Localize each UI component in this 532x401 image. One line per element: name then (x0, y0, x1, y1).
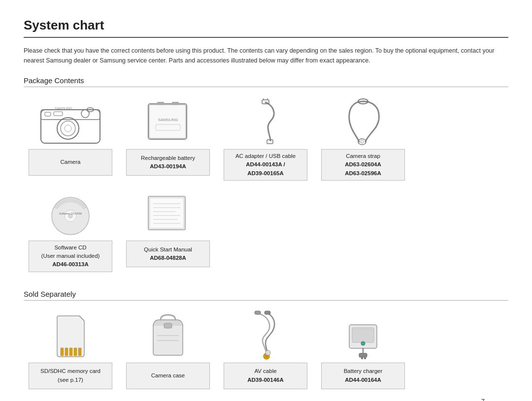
svg-rect-6 (54, 112, 63, 116)
item-cable-model1: AD44-00143A / (246, 160, 285, 169)
item-cd-model: AD46-00313A (52, 260, 89, 269)
item-case-label: Camera case (151, 371, 185, 380)
item-cable-label: AC adapter / USB cable (235, 152, 296, 160)
item-sd-label2: (see p.17) (58, 376, 83, 384)
sold-section-title: Sold Separately (24, 290, 508, 301)
item-camera-label: Camera (61, 158, 81, 166)
item-battery: SAMSUNG Rechargeable battery AD43-00194A (121, 95, 215, 181)
item-battery-model: AD43-00194A (150, 162, 186, 171)
svg-rect-43 (255, 311, 261, 314)
svg-rect-51 (359, 353, 367, 357)
svg-rect-52 (361, 357, 363, 359)
item-usb-cable: AC adapter / USB cable AD44-00143A / AD3… (219, 95, 312, 181)
item-av-model: AD39-00146A (247, 376, 284, 384)
sold-items-grid: SD/SDHC memory card (see p.17) (24, 308, 508, 395)
package-items-grid: SAMSUNG Camera SAMSUNG (24, 95, 508, 278)
svg-point-4 (65, 125, 71, 132)
item-charger: Battery charger AD44-00164A (316, 308, 410, 389)
svg-point-3 (61, 121, 75, 136)
item-strap-label: Camera strap (346, 152, 380, 160)
svg-rect-40 (164, 323, 172, 328)
svg-point-47 (266, 350, 270, 355)
item-cd-label1: Software CD (54, 244, 86, 252)
svg-point-22 (361, 140, 364, 143)
item-battery-label: Rechargeable battery (141, 154, 195, 162)
svg-rect-0 (41, 110, 100, 143)
item-av-cable: AV cable AD39-00146A (219, 308, 312, 389)
item-manual: Quick Start Manual AD68-04828A (121, 186, 215, 272)
svg-rect-35 (61, 348, 64, 356)
svg-text:SAMSUNG: SAMSUNG (158, 118, 178, 122)
item-manual-model: AD68-04828A (150, 254, 186, 262)
svg-rect-5 (45, 112, 51, 116)
item-manual-label: Quick Start Manual (144, 246, 192, 254)
svg-text:SAMSUNG: SAMSUNG (55, 107, 72, 110)
item-sd-label1: SD/SDHC memory card (40, 367, 100, 375)
intro-text: Please check that you have the correct c… (24, 46, 508, 65)
svg-rect-14 (157, 102, 164, 105)
svg-point-50 (361, 341, 365, 345)
item-strap: Camera strap AD63-02604A AD63-02596A (316, 95, 410, 181)
svg-rect-37 (69, 348, 72, 356)
item-strap-model2: AD63-02596A (345, 169, 381, 178)
item-case: Camera case (121, 308, 215, 389)
svg-rect-53 (364, 357, 366, 359)
svg-text:Software CD-ROM: Software CD-ROM (59, 212, 82, 215)
page-title: System chart (24, 18, 508, 38)
item-cd: Software CD-ROM Software CD (User manual… (24, 186, 117, 272)
svg-rect-28 (150, 198, 184, 228)
item-camera: SAMSUNG Camera (24, 95, 117, 181)
page-number: 7 (481, 398, 485, 401)
package-section-title: Package Contents (24, 76, 508, 87)
item-sd-card: SD/SDHC memory card (see p.17) (24, 308, 117, 389)
item-cable-model2: AD39-00165A (247, 169, 284, 178)
item-cd-label2: (User manual included) (41, 252, 100, 260)
item-charger-label: Battery charger (344, 367, 383, 375)
svg-rect-39 (78, 348, 81, 356)
svg-rect-15 (172, 102, 179, 105)
item-charger-model: AD44-00164A (345, 376, 381, 384)
svg-rect-36 (65, 348, 68, 356)
item-strap-model1: AD63-02604A (345, 160, 381, 169)
svg-rect-44 (265, 311, 270, 314)
item-av-label: AV cable (254, 367, 276, 375)
svg-rect-38 (74, 348, 77, 356)
